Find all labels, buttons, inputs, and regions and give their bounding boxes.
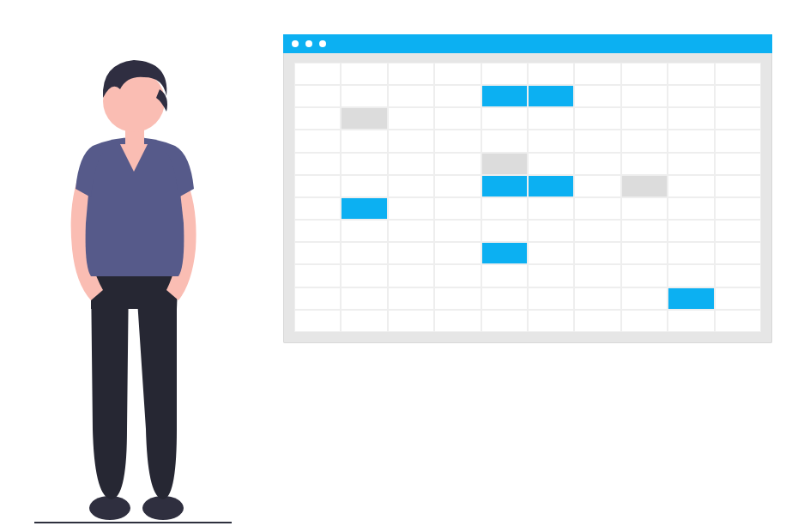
spreadsheet-cell[interactable] bbox=[295, 176, 340, 196]
spreadsheet-cell[interactable] bbox=[529, 86, 573, 106]
spreadsheet-cell[interactable] bbox=[716, 86, 760, 106]
spreadsheet-cell[interactable] bbox=[389, 176, 433, 196]
spreadsheet-cell[interactable] bbox=[482, 154, 527, 174]
spreadsheet-cell[interactable] bbox=[529, 108, 573, 129]
spreadsheet-cell[interactable] bbox=[622, 265, 667, 286]
spreadsheet-cell[interactable] bbox=[435, 288, 480, 309]
spreadsheet-cell[interactable] bbox=[435, 243, 480, 263]
spreadsheet-cell[interactable] bbox=[435, 108, 480, 129]
spreadsheet-cell[interactable] bbox=[716, 221, 760, 241]
spreadsheet-cell[interactable] bbox=[575, 63, 620, 84]
spreadsheet-cell[interactable] bbox=[668, 63, 713, 84]
spreadsheet-cell[interactable] bbox=[435, 198, 480, 219]
spreadsheet-cell[interactable] bbox=[716, 176, 760, 196]
spreadsheet-cell[interactable] bbox=[575, 221, 620, 241]
spreadsheet-cell[interactable] bbox=[389, 86, 433, 106]
spreadsheet-cell[interactable] bbox=[482, 176, 527, 196]
spreadsheet-cell[interactable] bbox=[622, 108, 667, 129]
spreadsheet-cell[interactable] bbox=[295, 63, 340, 84]
spreadsheet-cell[interactable] bbox=[668, 288, 713, 309]
spreadsheet-cell[interactable] bbox=[529, 154, 573, 174]
spreadsheet-cell[interactable] bbox=[529, 265, 573, 286]
spreadsheet-cell[interactable] bbox=[716, 198, 760, 219]
spreadsheet-cell[interactable] bbox=[389, 221, 433, 241]
spreadsheet-cell[interactable] bbox=[529, 130, 573, 151]
spreadsheet-cell[interactable] bbox=[668, 86, 713, 106]
spreadsheet-cell[interactable] bbox=[575, 130, 620, 151]
spreadsheet-cell[interactable] bbox=[575, 86, 620, 106]
spreadsheet-cell[interactable] bbox=[435, 63, 480, 84]
spreadsheet-cell[interactable] bbox=[389, 265, 433, 286]
spreadsheet-cell[interactable] bbox=[435, 130, 480, 151]
spreadsheet-cell[interactable] bbox=[482, 311, 527, 331]
spreadsheet-cell[interactable] bbox=[482, 86, 527, 106]
spreadsheet-cell[interactable] bbox=[529, 288, 573, 309]
spreadsheet-cell[interactable] bbox=[435, 311, 480, 331]
spreadsheet-cell[interactable] bbox=[622, 130, 667, 151]
spreadsheet-cell[interactable] bbox=[342, 176, 386, 196]
spreadsheet-cell[interactable] bbox=[342, 154, 386, 174]
spreadsheet-cell[interactable] bbox=[435, 265, 480, 286]
spreadsheet-cell[interactable] bbox=[668, 221, 713, 241]
spreadsheet-cell[interactable] bbox=[622, 243, 667, 263]
spreadsheet-cell[interactable] bbox=[575, 288, 620, 309]
spreadsheet-cell[interactable] bbox=[482, 63, 527, 84]
spreadsheet-cell[interactable] bbox=[389, 243, 433, 263]
spreadsheet-cell[interactable] bbox=[529, 311, 573, 331]
spreadsheet-cell[interactable] bbox=[668, 154, 713, 174]
spreadsheet-cell[interactable] bbox=[622, 288, 667, 309]
spreadsheet-cell[interactable] bbox=[482, 243, 527, 263]
spreadsheet-cell[interactable] bbox=[295, 108, 340, 129]
spreadsheet-cell[interactable] bbox=[575, 176, 620, 196]
spreadsheet-cell[interactable] bbox=[295, 265, 340, 286]
spreadsheet-cell[interactable] bbox=[295, 86, 340, 106]
spreadsheet-cell[interactable] bbox=[342, 63, 386, 84]
spreadsheet-cell[interactable] bbox=[295, 311, 340, 331]
spreadsheet-cell[interactable] bbox=[482, 108, 527, 129]
spreadsheet-cell[interactable] bbox=[575, 198, 620, 219]
spreadsheet-cell[interactable] bbox=[295, 288, 340, 309]
spreadsheet-cell[interactable] bbox=[575, 154, 620, 174]
spreadsheet-cell[interactable] bbox=[482, 221, 527, 241]
spreadsheet-cell[interactable] bbox=[295, 130, 340, 151]
spreadsheet-cell[interactable] bbox=[716, 265, 760, 286]
spreadsheet-cell[interactable] bbox=[389, 108, 433, 129]
spreadsheet-cell[interactable] bbox=[389, 63, 433, 84]
spreadsheet-cell[interactable] bbox=[482, 265, 527, 286]
spreadsheet-cell[interactable] bbox=[668, 311, 713, 331]
spreadsheet-cell[interactable] bbox=[622, 221, 667, 241]
spreadsheet-cell[interactable] bbox=[575, 243, 620, 263]
spreadsheet-cell[interactable] bbox=[622, 176, 667, 196]
spreadsheet-cell[interactable] bbox=[668, 108, 713, 129]
spreadsheet-cell[interactable] bbox=[342, 108, 386, 129]
spreadsheet-cell[interactable] bbox=[622, 198, 667, 219]
spreadsheet-cell[interactable] bbox=[716, 63, 760, 84]
spreadsheet-cell[interactable] bbox=[716, 311, 760, 331]
spreadsheet-cell[interactable] bbox=[622, 311, 667, 331]
spreadsheet-cell[interactable] bbox=[342, 130, 386, 151]
spreadsheet-cell[interactable] bbox=[529, 221, 573, 241]
spreadsheet-cell[interactable] bbox=[529, 243, 573, 263]
spreadsheet-cell[interactable] bbox=[716, 108, 760, 129]
spreadsheet-cell[interactable] bbox=[295, 221, 340, 241]
spreadsheet-cell[interactable] bbox=[295, 243, 340, 263]
spreadsheet-cell[interactable] bbox=[668, 243, 713, 263]
spreadsheet-cell[interactable] bbox=[342, 288, 386, 309]
spreadsheet-cell[interactable] bbox=[668, 176, 713, 196]
spreadsheet-cell[interactable] bbox=[482, 130, 527, 151]
spreadsheet-cell[interactable] bbox=[342, 243, 386, 263]
spreadsheet-cell[interactable] bbox=[389, 311, 433, 331]
spreadsheet-cell[interactable] bbox=[342, 86, 386, 106]
spreadsheet-cell[interactable] bbox=[622, 154, 667, 174]
spreadsheet-cell[interactable] bbox=[575, 311, 620, 331]
spreadsheet-cell[interactable] bbox=[342, 265, 386, 286]
spreadsheet-cell[interactable] bbox=[342, 221, 386, 241]
spreadsheet-cell[interactable] bbox=[529, 198, 573, 219]
spreadsheet-cell[interactable] bbox=[716, 243, 760, 263]
spreadsheet-cell[interactable] bbox=[389, 288, 433, 309]
spreadsheet-cell[interactable] bbox=[482, 198, 527, 219]
spreadsheet-cell[interactable] bbox=[529, 63, 573, 84]
spreadsheet-cell[interactable] bbox=[389, 130, 433, 151]
spreadsheet-cell[interactable] bbox=[622, 63, 667, 84]
spreadsheet-cell[interactable] bbox=[342, 198, 386, 219]
